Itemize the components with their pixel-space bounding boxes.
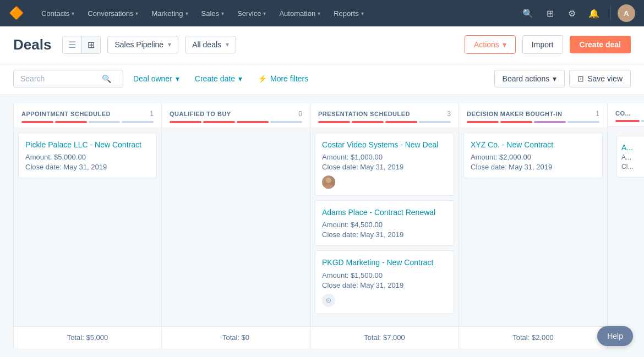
deal-card[interactable]: PKGD Marketing - New Contract Amount: $1… <box>315 250 454 314</box>
column-progress <box>170 121 302 123</box>
deal-amount: Amount: $5,000.00 <box>25 153 150 161</box>
svg-point-0 <box>326 178 331 183</box>
chevron-down-icon: ▾ <box>176 74 179 83</box>
progress-segment <box>385 121 417 123</box>
deal-name: Adams Place - Contract Renewal <box>322 207 447 217</box>
help-button[interactable]: Help <box>597 326 633 346</box>
column-footer: Total: $0 <box>162 326 310 348</box>
search-icon[interactable]: 🔍 <box>518 3 538 23</box>
search-icon: 🔍 <box>102 74 111 83</box>
chevron-down-icon: ▾ <box>221 10 224 17</box>
avatar[interactable]: A <box>618 4 635 22</box>
nav-sales[interactable]: Sales ▾ <box>195 0 231 26</box>
column-title: DECISION MAKER BOUGHT-IN <box>467 111 562 117</box>
deal-icon: ⊙ <box>322 294 335 307</box>
deal-close-date: Close date: May 31, 2019 <box>471 163 596 171</box>
nav-marketing[interactable]: Marketing ▾ <box>145 0 194 26</box>
nav-conversations[interactable]: Conversations ▾ <box>81 0 145 26</box>
deal-card[interactable]: Pickle Palace LLC - New Contract Amount:… <box>18 133 157 178</box>
chevron-down-icon: ▾ <box>361 10 364 17</box>
actions-button[interactable]: Actions ▾ <box>465 35 516 54</box>
marketplace-icon[interactable]: ⊞ <box>540 3 560 23</box>
board-view-button[interactable]: ⊞ <box>82 36 100 53</box>
deal-close-date: Close date: May 31, 2019 <box>322 281 447 289</box>
deal-close-date: Cl... <box>621 163 644 171</box>
progress-segment <box>534 121 566 123</box>
progress-segment <box>318 121 350 123</box>
create-date-filter[interactable]: Create date ▾ <box>189 70 248 87</box>
deal-card[interactable]: Costar Video Systems - New Deal Amount: … <box>315 133 454 196</box>
page-title: Deals <box>13 36 51 53</box>
chevron-down-icon: ▾ <box>185 10 188 17</box>
deal-card-partial[interactable]: A... A... Cl... <box>616 136 644 178</box>
chevron-down-icon: ▾ <box>503 40 506 49</box>
column-footer: Total: $5,000 <box>14 326 161 348</box>
progress-segment <box>500 121 532 123</box>
chevron-down-icon: ▾ <box>72 10 74 17</box>
deal-card[interactable]: Adams Place - Contract Renewal Amount: $… <box>315 200 454 246</box>
deal-card[interactable]: XYZ Co. - New Contract Amount: $2,000.00… <box>463 133 603 178</box>
column-count: 1 <box>150 110 154 118</box>
column-qualified-to-buy: QUALIFIED TO BUY 0 Total: $0 <box>162 103 310 348</box>
column-progress <box>21 121 154 123</box>
search-box: 🔍 <box>13 70 123 87</box>
deal-close-date: Close date: May 31, 2019 <box>25 163 150 171</box>
column-count: 3 <box>447 110 451 118</box>
deal-owner-filter[interactable]: Deal owner ▾ <box>128 70 185 87</box>
deal-name: XYZ Co. - New Contract <box>471 140 596 150</box>
hubspot-logo[interactable]: 🔶 <box>9 6 24 20</box>
column-header: DECISION MAKER BOUGHT-IN 1 <box>459 103 607 128</box>
progress-segment <box>55 121 87 123</box>
filter-selector[interactable]: All deals ▾ <box>185 36 236 53</box>
column-body: A... A... Cl... <box>608 127 644 348</box>
progress-segment <box>170 121 201 123</box>
import-button[interactable]: Import <box>522 35 563 54</box>
more-filters-button[interactable]: ⚡ More filters <box>252 70 314 87</box>
search-input[interactable] <box>20 74 97 83</box>
deal-name: Costar Video Systems - New Deal <box>322 140 447 150</box>
column-body: Pickle Palace LLC - New Contract Amount:… <box>14 128 161 326</box>
progress-segment <box>203 121 235 123</box>
nav-contacts[interactable]: Contacts ▾ <box>35 0 81 26</box>
create-deal-button[interactable]: Create deal <box>570 36 631 53</box>
chevron-down-icon: ▾ <box>168 41 171 48</box>
progress-segment <box>237 121 269 123</box>
progress-segment <box>122 121 154 123</box>
column-partial: CO... A... A... Cl... <box>608 103 644 348</box>
column-progress <box>318 121 451 123</box>
deal-close-date: Close date: May 31, 2019 <box>322 230 447 239</box>
deal-name: A... <box>621 143 644 152</box>
chevron-down-icon: ▾ <box>226 41 229 48</box>
filter-bar: 🔍 Deal owner ▾ Create date ▾ ⚡ More filt… <box>0 63 644 95</box>
board-container: APPOINTMENT SCHEDULED 1 Pickle Palace LL… <box>0 95 644 357</box>
pipeline-selector[interactable]: Sales Pipeline ▾ <box>107 36 178 53</box>
progress-segment <box>615 120 640 122</box>
deal-name: PKGD Marketing - New Contract <box>322 257 447 267</box>
nav-service[interactable]: Service ▾ <box>231 0 272 26</box>
column-presentation-scheduled: PRESENTATION SCHEDULED 3 Costar Video Sy… <box>310 103 459 348</box>
avatar <box>322 175 335 189</box>
column-title: CO... <box>615 110 631 117</box>
column-count: 1 <box>596 110 599 118</box>
column-title: PRESENTATION SCHEDULED <box>318 111 410 117</box>
nav-divider <box>610 6 611 21</box>
board-actions-button[interactable]: Board actions ▾ <box>494 70 565 87</box>
list-view-button[interactable]: ☰ <box>63 36 82 53</box>
chevron-down-icon: ▾ <box>135 10 138 17</box>
save-view-button[interactable]: ⊡ Save view <box>569 70 631 87</box>
deal-amount: A... <box>621 153 644 161</box>
chevron-down-icon: ▾ <box>318 10 320 17</box>
deal-name: Pickle Palace LLC - New Contract <box>25 140 150 150</box>
deal-amount: Amount: $1,500.00 <box>322 271 447 279</box>
settings-icon[interactable]: ⚙ <box>562 3 582 23</box>
column-footer: Total: $7,000 <box>310 326 459 348</box>
board-columns: APPOINTMENT SCHEDULED 1 Pickle Palace LL… <box>13 103 644 348</box>
view-toggle: ☰ ⊞ <box>62 36 101 54</box>
column-body: XYZ Co. - New Contract Amount: $2,000.00… <box>459 128 607 326</box>
column-header: PRESENTATION SCHEDULED 3 <box>310 103 459 128</box>
nav-automation[interactable]: Automation ▾ <box>272 0 327 26</box>
progress-segment <box>467 121 499 123</box>
deal-amount: Amount: $1,000.00 <box>322 153 447 161</box>
notifications-icon[interactable]: 🔔 <box>584 3 604 23</box>
nav-reports[interactable]: Reports ▾ <box>327 0 370 26</box>
